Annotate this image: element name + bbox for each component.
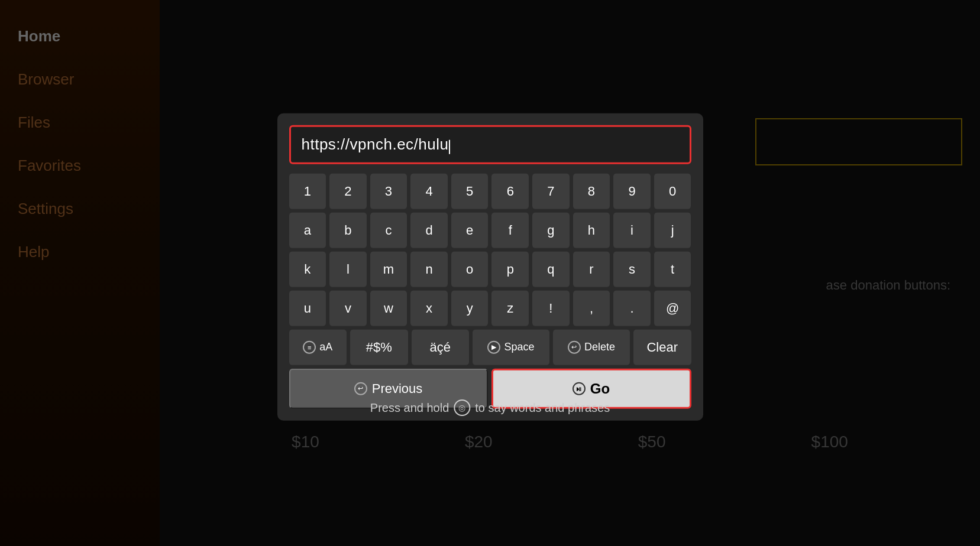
key-space[interactable]: ▶ Space <box>473 329 549 365</box>
key-o[interactable]: o <box>451 251 489 287</box>
key-u[interactable]: u <box>289 290 326 326</box>
key-q[interactable]: q <box>532 251 570 287</box>
key-m[interactable]: m <box>370 251 407 287</box>
key-d[interactable]: d <box>410 212 448 248</box>
key-y[interactable]: y <box>451 290 489 326</box>
key-accents[interactable]: äçé <box>412 329 470 365</box>
key-period[interactable]: . <box>613 290 651 326</box>
voice-hint-suffix: to say words and phrases <box>475 401 610 415</box>
shift-icon: ≡ <box>303 340 316 353</box>
key-2[interactable]: 2 <box>329 173 367 209</box>
go-icon: ⏯ <box>573 382 586 395</box>
key-w[interactable]: w <box>370 290 407 326</box>
keyboard-row-uz: u v w x y z ! , . @ <box>289 290 691 326</box>
delete-icon: ↩ <box>568 340 581 353</box>
key-z[interactable]: z <box>491 290 529 326</box>
key-3[interactable]: 3 <box>370 173 407 209</box>
key-5[interactable]: 5 <box>451 173 489 209</box>
key-comma[interactable]: , <box>573 290 610 326</box>
key-1[interactable]: 1 <box>289 173 326 209</box>
url-input-container[interactable]: https://vpnch.ec/hulu <box>289 125 691 164</box>
previous-icon: ↩ <box>354 382 367 395</box>
key-symbols[interactable]: #$% <box>350 329 408 365</box>
voice-hint: Press and hold ◎ to say words and phrase… <box>370 399 610 416</box>
voice-hint-prefix: Press and hold <box>370 401 449 415</box>
key-c[interactable]: c <box>370 212 407 248</box>
key-a[interactable]: a <box>289 212 326 248</box>
key-k[interactable]: k <box>289 251 326 287</box>
key-9[interactable]: 9 <box>613 173 651 209</box>
key-h[interactable]: h <box>573 212 610 248</box>
key-n[interactable]: n <box>410 251 448 287</box>
key-v[interactable]: v <box>329 290 367 326</box>
key-j[interactable]: j <box>654 212 691 248</box>
key-f[interactable]: f <box>491 212 529 248</box>
keyboard-modal: https://vpnch.ec/hulu 1 2 3 4 5 6 7 8 9 … <box>277 113 703 421</box>
key-clear[interactable]: Clear <box>633 329 691 365</box>
url-input-value: https://vpnch.ec/hulu <box>302 135 449 153</box>
mic-icon: ◎ <box>454 399 470 416</box>
key-4[interactable]: 4 <box>410 173 448 209</box>
key-e[interactable]: e <box>451 212 489 248</box>
key-x[interactable]: x <box>410 290 448 326</box>
key-p[interactable]: p <box>491 251 529 287</box>
key-b[interactable]: b <box>329 212 367 248</box>
key-6[interactable]: 6 <box>491 173 529 209</box>
key-0[interactable]: 0 <box>654 173 691 209</box>
key-exclamation[interactable]: ! <box>532 290 570 326</box>
keyboard-row-kt: k l m n o p q r s t <box>289 251 691 287</box>
key-r[interactable]: r <box>573 251 610 287</box>
text-cursor <box>449 139 450 154</box>
key-7[interactable]: 7 <box>532 173 570 209</box>
key-s[interactable]: s <box>613 251 651 287</box>
key-8[interactable]: 8 <box>573 173 610 209</box>
keyboard-row-numbers: 1 2 3 4 5 6 7 8 9 0 <box>289 173 691 209</box>
key-i[interactable]: i <box>613 212 651 248</box>
key-t[interactable]: t <box>654 251 691 287</box>
key-at[interactable]: @ <box>654 290 691 326</box>
key-delete[interactable]: ↩ Delete <box>553 329 630 365</box>
keyboard-row-special: ≡ aA #$% äçé ▶ Space ↩ Delete Clear <box>289 329 691 365</box>
play-icon: ▶ <box>487 340 500 353</box>
key-l[interactable]: l <box>329 251 367 287</box>
key-g[interactable]: g <box>532 212 570 248</box>
keyboard-row-aj: a b c d e f g h i j <box>289 212 691 248</box>
key-shift[interactable]: ≡ aA <box>289 329 347 365</box>
